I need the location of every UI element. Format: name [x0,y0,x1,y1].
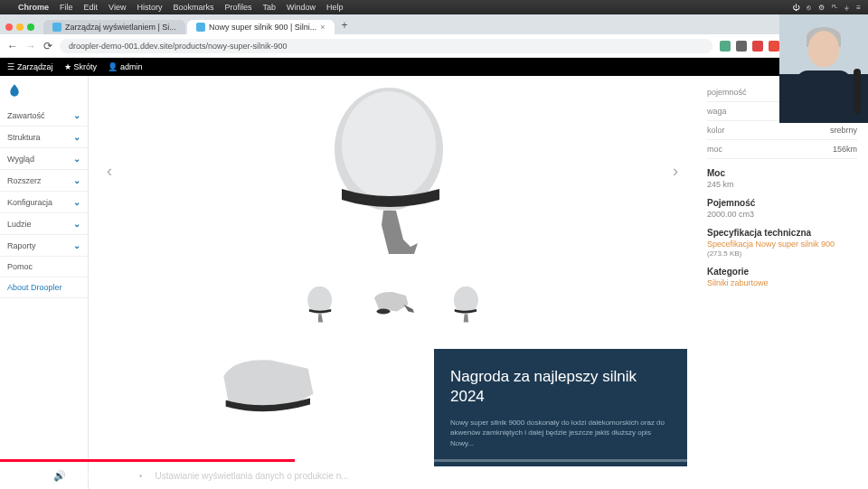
new-tab-button[interactable]: + [336,19,354,32]
sidebar-item-content[interactable]: Zawartość⌄ [0,105,88,127]
menu-file[interactable]: File [60,3,73,12]
main-image: ‹ › [98,76,687,266]
back-button[interactable]: ← [7,40,18,52]
settings-button[interactable]: ⚙ [784,470,793,482]
spec-link[interactable]: Specefikacja Nowy super silnik 900 [707,240,835,249]
motor-image [302,80,483,261]
svg-point-3 [377,309,391,315]
menu-history[interactable]: History [137,3,162,12]
lower-image [98,349,434,466]
forward-button[interactable]: → [25,40,36,52]
next-button[interactable]: › [673,162,678,181]
ext-icon[interactable] [769,41,779,52]
banner-desc: Nowy super silnik 9000 doskonały do łodz… [450,418,671,448]
address-bar[interactable]: droopler-demo-001.ddev.site/products/now… [60,39,712,53]
banner-title: Nagroda za najlepszy silnik 2024 [450,367,671,407]
chevron-down-icon: ⌄ [73,197,80,207]
tab-1[interactable]: Zarządzaj wyświetlaniem | Si... [43,20,185,34]
shortcuts-button[interactable]: ★ Skróty [64,62,98,71]
thumbnails [98,273,687,336]
reload-button[interactable]: ⟳ [43,40,52,52]
menu-tab[interactable]: Tab [262,3,276,12]
product-gallery: ‹ › Nagroda za najlepszy si [89,76,696,489]
product-specs: pojemność2000cm3 waga145kg kolorsrebrny … [696,76,868,489]
user-button[interactable]: 👤 admin [108,62,143,71]
block-spec: Specyfikacja technicznaSpecefikacja Nowy… [707,228,857,258]
chevron-down-icon: ⌄ [73,154,80,164]
youtube-controls: ▶ ▶| 🔊 9:38 / 28:30 • Ustawianie wyświet… [0,462,868,489]
menu-window[interactable]: Window [287,3,316,12]
sidebar-item-people[interactable]: Ludzie⌄ [0,213,88,235]
menu-profiles[interactable]: Profiles [224,3,251,12]
close-tab-icon[interactable]: × [320,23,325,32]
block-kat: KategorieSilniki zaburtowe [707,267,857,287]
favicon-icon [52,23,61,32]
menu-view[interactable]: View [108,3,126,12]
ext-icon[interactable] [752,41,763,52]
chevron-down-icon: ⌄ [73,175,80,185]
svg-point-1 [342,91,436,200]
spec-row: kolorsrebrny [707,121,857,140]
award-banner: Nagroda za najlepszy silnik 2024 Nowy su… [434,349,687,466]
minimize-icon[interactable] [16,24,24,31]
manage-button[interactable]: ☰ Zarządzaj [7,62,53,71]
menu-help[interactable]: Help [326,3,344,12]
menubar-right: ⏻⎋⚙ᴾᴸ⏚≡ [792,4,861,12]
sidebar-item-extend[interactable]: Rozszerz⌄ [0,170,88,192]
chrome-toolbar: ← → ⟳ droopler-demo-001.ddev.site/produc… [0,34,868,58]
thumb-1[interactable] [288,273,352,336]
sidebar-item-config[interactable]: Konfiguracja⌄ [0,192,88,213]
spec-row: moc156km [707,140,857,159]
app-name[interactable]: Chrome [18,3,49,12]
tab-label: Nowy super silnik 900 | Silni... [209,23,316,32]
fullscreen-button[interactable]: ⛶ [847,470,857,481]
time-display: 9:38 / 28:30 [79,471,127,481]
theater-button[interactable]: ▭ [826,470,835,482]
main-area: ‹ › Nagroda za najlepszy si [89,76,868,489]
next-button[interactable]: ▶| [31,470,41,482]
sidebar-item-structure[interactable]: Struktura⌄ [0,127,88,148]
volume-button[interactable]: 🔊 [53,470,66,482]
ext-icon[interactable] [720,41,731,52]
sidebar-item-reports[interactable]: Raporty⌄ [0,235,88,257]
admin-sidebar: Zawartość⌄ Struktura⌄ Wygląd⌄ Rozszerz⌄ … [0,76,89,489]
play-button[interactable]: ▶ [11,470,18,482]
window-controls[interactable] [5,24,34,31]
sidebar-item-about[interactable]: About Droopler [0,277,88,298]
webcam-overlay [779,14,868,123]
chevron-down-icon: ⌄ [73,240,80,250]
tab-label: Zarządzaj wyświetlaniem | Si... [65,23,176,32]
captions-button[interactable]: CC [752,470,771,481]
sidebar-item-appearance[interactable]: Wygląd⌄ [0,148,88,170]
tab-2-active[interactable]: Nowy super silnik 900 | Silni... × [187,20,335,34]
maximize-icon[interactable] [27,24,34,31]
chevron-down-icon: ⌄ [73,132,80,142]
sidebar-item-help[interactable]: Pomoc [0,257,88,277]
thumb-2[interactable] [361,273,424,336]
category-link[interactable]: Silniki zaburtowe [707,278,769,287]
chrome-tabstrip: Zarządzaj wyświetlaniem | Si... Nowy sup… [0,14,868,34]
block-poj: Pojemność2000.00 cm3 [707,198,857,219]
lower-section: Nagroda za najlepszy silnik 2024 Nowy su… [98,349,687,466]
prev-button[interactable]: ‹ [107,162,112,181]
miniplayer-button[interactable]: ⧉ [806,470,813,482]
close-icon[interactable] [5,24,13,31]
chevron-down-icon: ⌄ [73,219,80,229]
chevron-down-icon: ⌄ [73,110,80,120]
channel-watermark-icon[interactable] [834,429,857,449]
drupal-admin-bar: ☰ Zarządzaj ★ Skróty 👤 admin [0,58,868,76]
page-content: Zawartość⌄ Struktura⌄ Wygląd⌄ Rozszerz⌄ … [0,76,868,489]
drupal-logo-icon[interactable] [0,80,88,105]
autoplay-toggle[interactable]: ▶ [723,470,740,482]
video-title: Ustawianie wyświetlania danych o produkc… [156,471,349,481]
block-moc: Moc245 km [707,168,857,189]
ext-icon[interactable] [736,41,747,52]
macos-menubar: Chrome File Edit View History Bookmarks … [0,0,868,14]
thumb-3[interactable] [433,273,496,336]
favicon-icon [196,23,205,32]
menu-bookmarks[interactable]: Bookmarks [173,3,213,12]
menu-edit[interactable]: Edit [84,3,99,12]
